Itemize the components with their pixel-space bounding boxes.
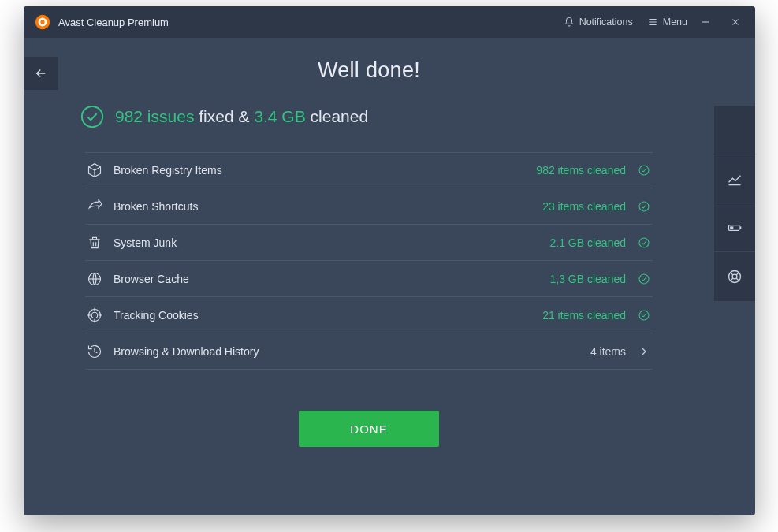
history-icon xyxy=(87,344,102,359)
menu-label: Menu xyxy=(663,17,687,28)
rail-chart-button[interactable] xyxy=(714,154,755,203)
result-row-value: 1,3 GB cleaned xyxy=(549,273,626,285)
app-logo-icon xyxy=(35,14,50,30)
svg-rect-27 xyxy=(738,124,740,126)
result-row-value: 2.1 GB cleaned xyxy=(549,236,626,249)
svg-rect-30 xyxy=(738,128,740,131)
done-button[interactable]: DONE xyxy=(299,411,439,447)
svg-rect-31 xyxy=(729,133,731,136)
back-button[interactable] xyxy=(24,57,58,90)
app-window: Avast Cleanup Premium Notifications Menu… xyxy=(24,6,755,515)
minimize-button[interactable] xyxy=(694,10,717,34)
result-row-label: Browsing & Download History xyxy=(114,345,579,358)
rail-grid-button[interactable] xyxy=(714,106,755,154)
summary-issues-count: 982 issues xyxy=(115,107,194,125)
svg-line-39 xyxy=(730,272,733,275)
svg-rect-25 xyxy=(729,124,731,126)
svg-line-41 xyxy=(730,278,733,281)
summary-amp: & xyxy=(238,107,249,125)
result-row: Broken Registry Items982 items cleaned xyxy=(85,152,653,188)
svg-rect-29 xyxy=(733,128,735,131)
result-row[interactable]: Browsing & Download History4 items xyxy=(85,333,653,370)
chevron-right-icon xyxy=(637,344,651,359)
result-row: System Junk2.1 GB cleaned xyxy=(85,225,653,261)
result-row-value: 4 items xyxy=(590,345,626,358)
trash-icon xyxy=(87,235,102,251)
content-area: Well done! 982 issues fixed & 3.4 GB cle… xyxy=(24,38,714,515)
svg-point-17 xyxy=(639,274,649,284)
result-row-value: 23 items cleaned xyxy=(542,200,626,213)
page-title: Well done! xyxy=(318,58,420,83)
svg-rect-32 xyxy=(733,133,735,136)
svg-point-15 xyxy=(639,238,649,247)
rail-battery-button[interactable] xyxy=(714,203,755,252)
result-row-value: 982 items cleaned xyxy=(536,164,626,177)
check-circle-icon xyxy=(637,163,651,177)
body: Well done! 982 issues fixed & 3.4 GB cle… xyxy=(24,38,755,515)
result-row: Broken Shortcuts23 items cleaned xyxy=(85,188,653,225)
svg-point-11 xyxy=(639,166,649,175)
summary-row: 982 issues fixed & 3.4 GB cleaned xyxy=(80,105,368,128)
check-circle-icon xyxy=(637,236,651,250)
close-button[interactable] xyxy=(724,10,747,34)
svg-point-24 xyxy=(639,311,649,320)
svg-rect-35 xyxy=(740,226,742,229)
svg-point-2 xyxy=(40,20,44,24)
svg-point-12 xyxy=(639,202,649,211)
summary-fixed-word: fixed xyxy=(199,107,233,125)
svg-line-40 xyxy=(736,272,739,275)
check-circle-icon xyxy=(637,272,651,286)
svg-point-38 xyxy=(732,274,737,279)
title-bar: Avast Cleanup Premium Notifications Menu xyxy=(24,6,755,38)
target-icon xyxy=(87,307,102,323)
svg-rect-28 xyxy=(729,128,731,131)
results-list: Broken Registry Items982 items cleanedBr… xyxy=(85,152,653,370)
result-row-label: Browser Cache xyxy=(114,273,538,285)
result-row-value: 21 items cleaned xyxy=(542,309,626,322)
right-rail xyxy=(714,106,755,301)
result-row-label: Broken Shortcuts xyxy=(114,200,531,213)
summary-cleaned-word: cleaned xyxy=(311,107,369,125)
cube-icon xyxy=(87,162,102,178)
app-title: Avast Cleanup Premium xyxy=(58,17,169,28)
notifications-label: Notifications xyxy=(579,17,633,28)
result-row-label: Tracking Cookies xyxy=(114,309,531,322)
done-button-label: DONE xyxy=(350,422,387,436)
svg-line-42 xyxy=(736,278,739,281)
result-row-label: System Junk xyxy=(114,236,538,249)
share-icon xyxy=(87,199,102,214)
menu-button[interactable]: Menu xyxy=(647,17,687,28)
result-row-label: Broken Registry Items xyxy=(114,164,525,177)
check-circle-icon xyxy=(637,308,651,322)
summary-text: 982 issues fixed & 3.4 GB cleaned xyxy=(115,107,368,126)
result-row: Tracking Cookies21 items cleaned xyxy=(85,297,653,333)
svg-rect-26 xyxy=(733,124,735,126)
svg-rect-33 xyxy=(738,133,740,136)
globe-icon xyxy=(87,271,102,287)
svg-rect-36 xyxy=(730,226,733,229)
result-row: Browser Cache1,3 GB cleaned xyxy=(85,261,653,297)
notifications-button[interactable]: Notifications xyxy=(564,17,633,28)
check-circle-icon xyxy=(637,199,651,214)
svg-point-19 xyxy=(91,312,98,318)
summary-size: 3.4 GB xyxy=(254,107,305,125)
rail-support-button[interactable] xyxy=(714,252,755,301)
success-check-icon xyxy=(80,105,104,128)
svg-point-10 xyxy=(82,106,102,127)
